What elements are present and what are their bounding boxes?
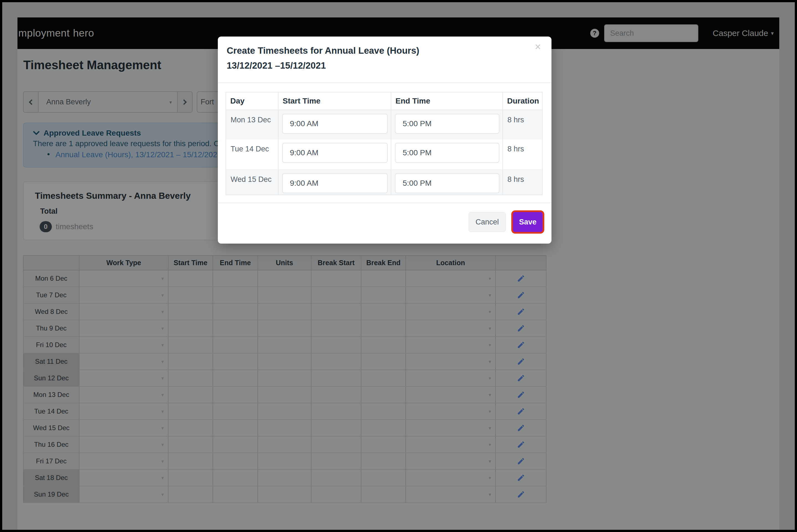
modal-header-divider [218, 82, 551, 83]
leave-day-label: Mon 13 Dec [226, 110, 278, 139]
save-button[interactable]: Save [513, 212, 543, 232]
start-time-cell [278, 110, 391, 139]
modal-footer-divider [218, 203, 551, 203]
cancel-button[interactable]: Cancel [469, 212, 506, 232]
leave-table-header-row: DayStart TimeEnd TimeDuration [226, 92, 542, 110]
end-time-input[interactable] [395, 143, 500, 163]
leave-time-row: Tue 14 Dec 8 hrs [226, 139, 542, 169]
desktop-background: mploymenthero ? Casper Claude ▾ Timeshee… [2, 2, 795, 530]
end-time-cell [391, 110, 503, 139]
leave-table-column-header: Duration [503, 92, 542, 110]
end-time-cell [391, 169, 503, 195]
leave-time-row: Wed 15 Dec 8 hrs [226, 169, 542, 195]
end-time-input[interactable] [395, 173, 500, 193]
leave-table-column-header: Start Time [278, 92, 391, 110]
start-time-cell [278, 169, 391, 195]
start-time-input[interactable] [282, 173, 388, 193]
leave-times-table-body: Mon 13 Dec 8 hrs Tue 14 Dec 8 hrs Wed 15… [226, 110, 542, 195]
close-icon[interactable]: × [535, 41, 541, 52]
leave-day-label: Wed 15 Dec [226, 169, 278, 195]
duration-value: 8 hrs [503, 110, 542, 139]
leave-time-row: Mon 13 Dec 8 hrs [226, 110, 542, 139]
end-time-input[interactable] [395, 114, 500, 134]
leave-table-column-header: Day [226, 92, 278, 110]
leave-times-table: DayStart TimeEnd TimeDuration Mon 13 Dec… [225, 92, 543, 195]
end-time-cell [391, 139, 503, 169]
start-time-cell [278, 139, 391, 169]
duration-value: 8 hrs [503, 169, 542, 195]
duration-value: 8 hrs [503, 139, 542, 169]
modal-title: Create Timesheets for Annual Leave (Hour… [218, 37, 551, 71]
start-time-input[interactable] [282, 143, 388, 163]
leave-table-column-header: End Time [391, 92, 503, 110]
leave-day-label: Tue 14 Dec [226, 139, 278, 169]
modal-title-line1: Create Timesheets for Annual Leave (Hour… [227, 45, 551, 56]
modal-title-line2: 13/12/2021 –15/12/2021 [227, 60, 551, 71]
create-timesheets-modal: × Create Timesheets for Annual Leave (Ho… [218, 37, 551, 244]
start-time-input[interactable] [282, 114, 388, 134]
